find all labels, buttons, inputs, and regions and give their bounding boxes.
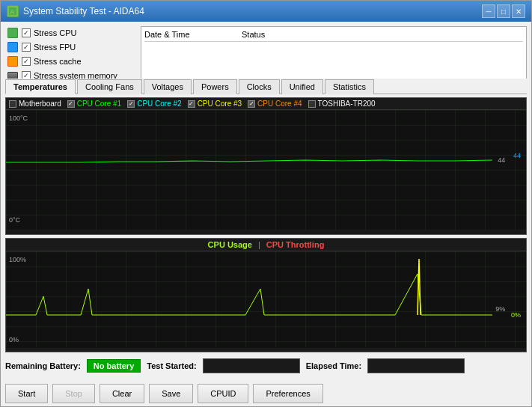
cpu-core2-legend-checkbox[interactable] [127,100,135,108]
cpu-throttling-label: CPU Throttling [266,240,325,249]
stress-cache-item[interactable]: Stress cache [5,55,136,68]
svg-text:44: 44 [498,156,505,164]
app-icon: A [7,5,19,17]
window-title: System Stability Test - AIDA64 [23,6,482,16]
toshiba-legend-checkbox[interactable] [308,100,316,108]
save-button[interactable]: Save [149,384,193,403]
cpu-core4-legend-label: CPU Core #4 [257,100,302,108]
log-panel: Date & Time Status [141,26,527,79]
cpuid-button[interactable]: CPUID [198,384,248,403]
tab-cooling-fans[interactable]: Cooling Fans [77,79,142,94]
status-row: Remaining Battery: No battery Test Start… [5,355,527,376]
cpu-icon [7,27,19,39]
svg-rect-3 [6,110,526,230]
preferences-button[interactable]: Preferences [253,384,322,403]
svg-text:A: A [10,8,15,16]
svg-text:9%: 9% [495,305,505,313]
stress-fpu-label: Stress FPU [34,43,76,52]
stress-cpu-checkbox[interactable] [22,28,31,37]
fpu-icon [7,41,19,53]
cpu-usage-chart: CPU Usage | CPU Throttling 100% 0% [5,238,527,352]
cpu-core1-legend-label: CPU Core #1 [77,100,121,108]
cpu-core3-legend-checkbox[interactable] [188,100,195,108]
stress-memory-item[interactable]: Stress system memory [5,69,136,79]
cpu-core4-legend-checkbox[interactable] [248,100,255,108]
cpu-usage-label: CPU Usage [208,240,252,249]
clear-button[interactable]: Clear [100,384,144,403]
charts-area: Motherboard CPU Core #1 CPU Core #2 CPU … [5,97,527,352]
stress-cpu-label: Stress CPU [34,28,76,37]
title-bar: A System Stability Test - AIDA64 ─ □ ✕ [1,1,531,22]
legend-cpu-core-4[interactable]: CPU Core #4 [248,100,302,108]
usage-chart-body: 100% 0% 9% 0% [6,251,526,348]
motherboard-legend-checkbox[interactable] [9,100,16,108]
memory-icon [7,70,19,79]
legend-motherboard[interactable]: Motherboard [9,100,61,108]
temperature-chart: Motherboard CPU Core #1 CPU Core #2 CPU … [5,97,527,235]
temp-chart-legend: Motherboard CPU Core #1 CPU Core #2 CPU … [6,98,526,110]
stress-memory-checkbox[interactable] [22,71,31,79]
temp-chart-svg: 100°C 0°C 44 44 [6,110,526,230]
stress-options-panel: Stress CPU Stress FPU Stress cache [5,26,136,74]
tabs-row: Temperatures Cooling Fans Voltages Power… [5,79,527,94]
legend-cpu-core-3[interactable]: CPU Core #3 [188,100,242,108]
motherboard-legend-label: Motherboard [19,100,61,108]
svg-text:100%: 100% [9,256,26,263]
start-button[interactable]: Start [5,384,48,403]
cache-icon [7,55,19,67]
maximize-button[interactable]: □ [497,4,510,18]
elapsed-time-field [367,358,465,373]
tab-clocks[interactable]: Clocks [239,79,280,94]
tab-powers[interactable]: Powers [193,79,237,94]
stop-button[interactable]: Stop [52,384,95,403]
svg-rect-9 [6,251,526,348]
cpu-core2-legend-label: CPU Core #2 [137,100,181,108]
tab-voltages[interactable]: Voltages [144,79,192,94]
button-bar: Start Stop Clear Save CPUID Preferences [1,381,531,406]
log-header: Date & Time Status [144,30,523,42]
toshiba-legend-label: TOSHIBA-TR200 [318,100,376,108]
svg-text:0°C: 0°C [9,216,21,224]
cpu-core3-legend-label: CPU Core #3 [198,100,242,108]
status-col-header: Status [242,30,523,39]
legend-toshiba[interactable]: TOSHIBA-TR200 [308,100,376,108]
stress-memory-label: Stress system memory [34,71,117,79]
temp-chart-body: 100°C 0°C 44 44 [6,110,526,230]
legend-cpu-core-1[interactable]: CPU Core #1 [67,100,121,108]
tab-statistics[interactable]: Statistics [325,79,374,94]
battery-value: No battery [87,359,141,373]
svg-text:44: 44 [513,152,521,159]
charts-main-area: Temperatures Cooling Fans Voltages Power… [1,79,531,381]
elapsed-label: Elapsed Time: [306,361,361,370]
usage-separator: | [258,240,260,249]
stress-cache-label: Stress cache [34,57,82,66]
usage-chart-svg: 100% 0% 9% 0% [6,251,526,348]
test-started-label: Test Started: [147,361,196,370]
usage-chart-legend: CPU Usage | CPU Throttling [6,239,526,251]
main-window: A System Stability Test - AIDA64 ─ □ ✕ S… [0,0,532,407]
svg-text:0%: 0% [9,336,19,343]
legend-cpu-core-2[interactable]: CPU Core #2 [127,100,181,108]
cpu-core1-legend-checkbox[interactable] [67,100,75,108]
battery-label: Remaining Battery: [5,361,81,370]
close-button[interactable]: ✕ [512,4,525,18]
svg-text:100°C: 100°C [9,114,28,122]
window-controls: ─ □ ✕ [482,4,525,18]
stress-fpu-checkbox[interactable] [22,43,31,52]
stress-cache-checkbox[interactable] [22,57,31,66]
stress-fpu-item[interactable]: Stress FPU [5,40,136,54]
tab-temperatures[interactable]: Temperatures [5,79,76,94]
date-time-col-header: Date & Time [144,30,242,39]
tab-unified[interactable]: Unified [281,79,323,94]
stress-cpu-item[interactable]: Stress CPU [5,26,136,40]
top-content: Stress CPU Stress FPU Stress cache [1,22,531,79]
svg-text:0%: 0% [511,311,521,319]
minimize-button[interactable]: ─ [482,4,495,18]
test-started-field [203,358,300,373]
